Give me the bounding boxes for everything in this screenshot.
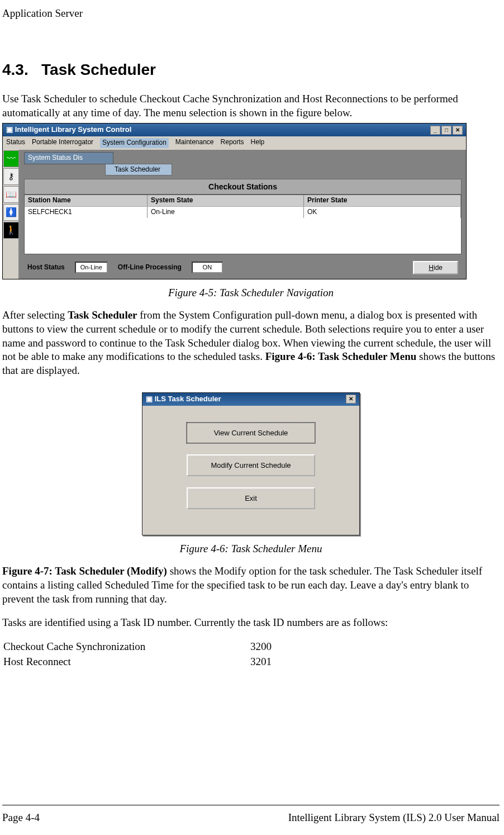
page-header: Application Server bbox=[2, 7, 500, 21]
hide-button[interactable]: Hide bbox=[413, 261, 458, 274]
offline-processing-label: Off-Line Processing bbox=[118, 263, 182, 272]
checkout-stations-header: Checkout Stations bbox=[24, 179, 462, 194]
sidebar-wave-icon[interactable]: 〰 bbox=[3, 150, 19, 167]
paragraph-after-fig-4-6: Figure 4-7: Task Scheduler (Modify) show… bbox=[2, 564, 500, 606]
sidebar: 〰 ⚷ 📖 🚺 🚶 bbox=[3, 150, 20, 279]
col-system-state: System State bbox=[148, 195, 304, 206]
menu-maintenance[interactable]: Maintenance bbox=[175, 138, 214, 148]
sidebar-book-icon[interactable]: 📖 bbox=[3, 186, 19, 203]
paragraph-after-fig-4-5: After selecting Task Scheduler from the … bbox=[2, 309, 500, 377]
dialog-title-text: ILS Task Scheduler bbox=[155, 395, 221, 403]
task-id: 3200 bbox=[250, 640, 272, 654]
task-name: Host Reconnect bbox=[3, 655, 249, 669]
sidebar-patron-icon[interactable]: 🚺 bbox=[3, 204, 19, 221]
main-panel: System Status Dis Task Scheduler Checkou… bbox=[20, 150, 466, 279]
menu-portable-interrogator[interactable]: Portable Interrogator bbox=[32, 138, 93, 148]
section-number: 4.3. bbox=[2, 61, 28, 78]
figure-4-5-caption: Figure 4-5: Task Scheduler Navigation bbox=[2, 286, 500, 300]
manual-title: Intelligent Library System (ILS) 2.0 Use… bbox=[288, 811, 500, 825]
task-id: 3201 bbox=[250, 655, 272, 669]
window-title-text: Intelligent Library System Control bbox=[15, 125, 132, 134]
task-id-table: Checkout Cache Synchronization 3200 Host… bbox=[2, 639, 273, 670]
cell-station-name: SELFCHECK1 bbox=[25, 207, 148, 218]
table-row: Checkout Cache Synchronization 3200 bbox=[3, 640, 272, 654]
dialog-icon: ▣ ILS Task Scheduler bbox=[146, 395, 221, 404]
section-name: Task Scheduler bbox=[41, 61, 156, 78]
dialog-close-icon[interactable]: ✕ bbox=[346, 395, 356, 404]
menubar: Status Portable Interrogator System Conf… bbox=[3, 136, 466, 150]
col-printer-state: Printer State bbox=[304, 195, 461, 206]
cell-system-state: On-Line bbox=[148, 207, 304, 218]
figure-4-6-caption: Figure 4-6: Task Scheduler Menu bbox=[2, 542, 500, 556]
figure-4-6-dialog: ▣ ILS Task Scheduler ✕ View Current Sche… bbox=[142, 392, 360, 535]
exit-button[interactable]: Exit bbox=[187, 487, 315, 509]
modify-current-schedule-button[interactable]: Modify Current Schedule bbox=[187, 454, 315, 476]
task-id-intro: Tasks are identified using a Task ID num… bbox=[2, 616, 500, 630]
view-current-schedule-button[interactable]: View Current Schedule bbox=[187, 423, 315, 443]
maximize-icon[interactable]: □ bbox=[441, 126, 451, 135]
subwindow-title: System Status Dis bbox=[24, 152, 113, 164]
host-status-label: Host Status bbox=[27, 263, 65, 272]
task-name: Checkout Cache Synchronization bbox=[3, 640, 249, 654]
intro-paragraph: Use Task Scheduler to schedule Checkout … bbox=[2, 92, 500, 120]
table-row: Host Reconnect 3201 bbox=[3, 655, 272, 669]
menu-status[interactable]: Status bbox=[6, 138, 25, 148]
table-empty-area bbox=[25, 218, 461, 254]
page-footer: Page 4-4 Intelligent Library System (ILS… bbox=[2, 805, 500, 825]
checkout-stations-table: Station Name System State Printer State … bbox=[24, 194, 462, 254]
dialog-titlebar: ▣ ILS Task Scheduler ✕ bbox=[142, 393, 359, 406]
col-station-name: Station Name bbox=[25, 195, 148, 206]
table-row: SELFCHECK1 On-Line OK bbox=[25, 206, 461, 218]
minimize-icon[interactable]: _ bbox=[430, 126, 440, 135]
section-title: 4.3. Task Scheduler bbox=[2, 60, 500, 80]
cell-printer-state: OK bbox=[304, 207, 461, 218]
figure-4-5-screenshot: ▣ Intelligent Library System Control _ □… bbox=[2, 123, 467, 279]
page-number: Page 4-4 bbox=[2, 811, 40, 825]
menu-help[interactable]: Help bbox=[251, 138, 265, 148]
menu-system-configuration[interactable]: System Configuration bbox=[100, 138, 169, 148]
window-titlebar: ▣ Intelligent Library System Control _ □… bbox=[3, 124, 466, 136]
menu-item-task-scheduler[interactable]: Task Scheduler bbox=[105, 164, 172, 176]
status-bar: Host Status On-Line Off-Line Processing … bbox=[24, 257, 462, 279]
menu-reports[interactable]: Reports bbox=[221, 138, 244, 148]
close-icon[interactable]: ✕ bbox=[453, 126, 463, 135]
offline-processing-value: ON bbox=[192, 262, 223, 273]
sidebar-key-icon[interactable]: ⚷ bbox=[3, 168, 19, 185]
host-status-value: On-Line bbox=[75, 262, 108, 273]
sidebar-exit-icon[interactable]: 🚶 bbox=[3, 222, 19, 239]
window-icon: ▣ Intelligent Library System Control bbox=[6, 125, 131, 135]
